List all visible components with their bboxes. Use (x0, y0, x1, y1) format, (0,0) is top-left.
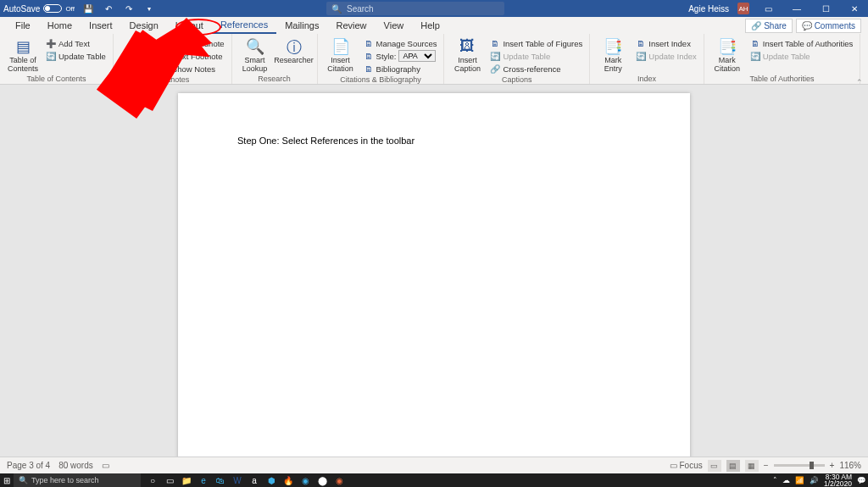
tray-chevron-icon[interactable]: ˄ (773, 476, 777, 484)
word-icon[interactable]: W (229, 473, 246, 487)
next-footnote-button[interactable]: abNext Footnote (158, 50, 226, 62)
zoom-in-icon[interactable]: + (830, 461, 835, 470)
mark-citation-button[interactable]: 📑Mark Citation (709, 36, 745, 74)
style-dropdown[interactable]: APA (398, 50, 436, 62)
app-icon[interactable]: 🔥 (280, 473, 297, 487)
update-figures-button[interactable]: 🔄Update Table (488, 50, 584, 62)
autosave-toggle[interactable]: AutoSave Off (3, 4, 75, 14)
close-icon[interactable]: ✕ (844, 2, 865, 15)
insert-footnote-button[interactable]: abInsert Footnote (119, 36, 154, 75)
group-label: Citations & Bibliography (323, 75, 439, 85)
figures-icon: 🗎 (490, 38, 500, 48)
show-notes-button[interactable]: ☰Show Notes (158, 63, 226, 75)
print-layout-icon[interactable]: ▤ (726, 460, 740, 472)
document-area[interactable]: Step One: Select References in the toolb… (0, 85, 868, 457)
taskbar-search[interactable]: 🔍 Type here to search (14, 473, 141, 487)
tab-view[interactable]: View (376, 17, 413, 34)
tab-design[interactable]: Design (121, 17, 167, 34)
redo-icon[interactable]: ↷ (122, 2, 136, 15)
app-icon[interactable]: a (246, 473, 263, 487)
system-clock[interactable]: 8:30 AM 1/2/2020 (824, 473, 852, 487)
toc-icon: ▤ (16, 37, 31, 54)
crossref-icon: 🔗 (490, 64, 500, 74)
cortana-icon[interactable]: ○ (144, 473, 161, 487)
share-button[interactable]: 🔗 Share (745, 19, 792, 33)
avatar[interactable]: AH (737, 3, 749, 14)
manage-sources-button[interactable]: 🗎Manage Sources (362, 37, 439, 49)
web-layout-icon[interactable]: ▦ (745, 460, 759, 472)
insert-authorities-button[interactable]: 🗎Insert Table of Authorities (748, 37, 855, 49)
page[interactable]: Step One: Select References in the toolb… (178, 93, 690, 457)
autosave-state: Off (65, 5, 75, 13)
update-icon: 🔄 (636, 51, 646, 61)
style-icon: 🗎 (364, 51, 374, 61)
tab-insert[interactable]: Insert (81, 17, 121, 34)
user-name[interactable]: Agie Heiss (688, 4, 729, 14)
markcite-icon: 📑 (718, 37, 737, 54)
tray-volume-icon[interactable]: 🔊 (810, 476, 819, 484)
search-box[interactable]: 🔍 Search (326, 2, 504, 15)
insert-caption-button[interactable]: 🖼Insert Caption (449, 36, 485, 75)
tray-cloud-icon[interactable]: ☁ (782, 476, 790, 484)
add-text-button[interactable]: ➕Add Text (44, 37, 108, 49)
tab-file[interactable]: File (7, 17, 39, 34)
undo-icon[interactable]: ↶ (102, 2, 115, 15)
insert-endnote-button[interactable]: ⤓Insert Endnote (158, 37, 226, 49)
tab-references[interactable]: References (212, 17, 276, 34)
group-label: Table of Contents (5, 74, 108, 84)
endnote-icon: ⤓ (159, 38, 170, 48)
update-table-button[interactable]: 🔄Update Table (44, 50, 108, 62)
zoom-out-icon[interactable]: − (764, 461, 769, 470)
ribbon-display-icon[interactable]: ▭ (758, 2, 778, 15)
insert-citation-button[interactable]: 📄Insert Citation (323, 36, 359, 75)
spelling-icon[interactable]: ▭ (102, 461, 109, 470)
tab-help[interactable]: Help (412, 17, 448, 34)
minimize-icon[interactable]: — (787, 2, 807, 15)
tab-layout[interactable]: Layout (167, 17, 212, 34)
mark-entry-button[interactable]: 📑Mark Entry (595, 36, 631, 74)
cross-reference-button[interactable]: 🔗Cross-reference (488, 63, 584, 75)
style-selector[interactable]: 🗎Style: APA (362, 50, 439, 62)
researcher-button[interactable]: ⓘResearcher (276, 36, 312, 74)
tab-review[interactable]: Review (328, 17, 376, 34)
page-indicator[interactable]: Page 3 of 4 (7, 461, 50, 470)
dropbox-icon[interactable]: ⬢ (263, 473, 280, 487)
update-icon: 🔄 (46, 51, 56, 61)
ribbon: ▤Table of Contents ➕Add Text 🔄Update Tab… (0, 34, 868, 85)
taskbar: ⊞ 🔍 Type here to search ○ ▭ 📁 e 🛍 W a ⬢ … (0, 473, 868, 487)
bib-icon: 🗎 (364, 64, 374, 74)
zoom-level[interactable]: 116% (839, 461, 861, 470)
explorer-icon[interactable]: 📁 (178, 473, 195, 487)
app-icon[interactable]: ◉ (297, 473, 314, 487)
tray-wifi-icon[interactable]: 📶 (795, 476, 804, 484)
notifications-icon[interactable]: 💬 (857, 476, 866, 484)
update-authorities-button[interactable]: 🔄Update Table (748, 50, 855, 62)
taskview-icon[interactable]: ▭ (161, 473, 178, 487)
tb-search-placeholder: Type here to search (31, 476, 99, 484)
tab-home[interactable]: Home (39, 17, 81, 34)
app-icon[interactable]: ⬤ (314, 473, 331, 487)
footnote-icon: ab (128, 37, 145, 54)
body-text[interactable]: Step One: Select References in the toolb… (237, 136, 415, 146)
table-of-contents-button[interactable]: ▤Table of Contents (5, 36, 41, 74)
store-icon[interactable]: 🛍 (212, 473, 229, 487)
maximize-icon[interactable]: ☐ (815, 2, 836, 15)
tab-mailings[interactable]: Mailings (276, 17, 327, 34)
start-button[interactable]: ⊞ (0, 473, 14, 487)
group-label: Table of Authorities (709, 74, 855, 84)
edge-icon[interactable]: e (195, 473, 212, 487)
bibliography-button[interactable]: 🗎Bibliography (362, 63, 439, 75)
word-count[interactable]: 80 words (58, 461, 93, 470)
insert-index-button[interactable]: 🗎Insert Index (634, 37, 698, 49)
qat-more-icon[interactable]: ▾ (142, 2, 156, 15)
app-icon[interactable]: ◉ (331, 473, 348, 487)
title-bar: AutoSave Off 💾 ↶ ↷ ▾ Document1 - Word 🔍 … (0, 0, 868, 17)
read-mode-icon[interactable]: ▭ (708, 460, 721, 472)
comments-button[interactable]: 💬 Comments (796, 19, 861, 33)
zoom-slider[interactable] (774, 464, 825, 467)
save-icon[interactable]: 💾 (81, 2, 95, 15)
update-index-button[interactable]: 🔄Update Index (634, 50, 698, 62)
smart-lookup-button[interactable]: 🔍Smart Lookup (237, 36, 273, 74)
insert-figures-button[interactable]: 🗎Insert Table of Figures (488, 37, 584, 49)
focus-mode[interactable]: ▭ Focus (670, 461, 703, 470)
